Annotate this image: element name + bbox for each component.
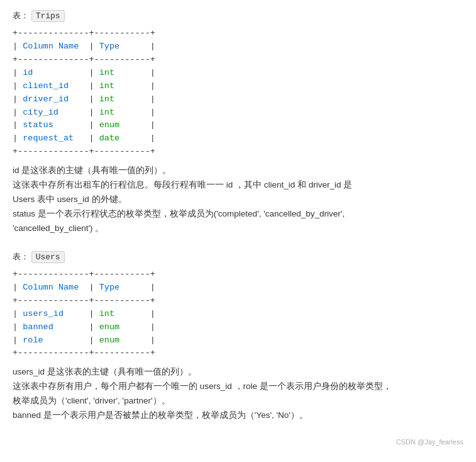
table-row: | banned | enum | — [13, 321, 463, 334]
table-label-users: 表： Users — [13, 251, 463, 263]
users-section: 表： Users+--------------+-----------+| Co… — [13, 251, 463, 423]
table-header-row: | Column Name | Type | — [13, 281, 463, 295]
col-type-cell: int — [99, 94, 145, 104]
ascii-table-users: +--------------+-----------+| Column Nam… — [13, 268, 463, 360]
table-label-prefix: 表： — [13, 252, 31, 261]
table-row: | city_id | int | — [13, 106, 463, 120]
col-type-cell: int — [99, 68, 145, 77]
table-row: | users_id | int | — [13, 308, 463, 321]
description-line: status 是一个表示行程状态的枚举类型，枚举成员为('completed',… — [13, 207, 463, 222]
col-type-cell: date — [99, 133, 145, 143]
col-type-header: Type — [99, 283, 119, 292]
table-row: | request_at | date | — [13, 132, 463, 145]
col-name-cell: city_id — [23, 108, 84, 117]
table-label-trips: 表： Trips — [13, 10, 463, 22]
ascii-table-trips: +--------------+-----------+| Column Nam… — [13, 27, 463, 159]
col-type-cell: enum — [99, 120, 145, 130]
col-type-header: Type — [99, 42, 119, 51]
table-border-top: +--------------+-----------+ — [13, 27, 463, 40]
table-row: | role | enum | — [13, 334, 463, 347]
col-type-cell: enum — [99, 322, 145, 332]
description-line: 枚举成员为（'client', 'driver', 'partner'）。 — [13, 394, 463, 408]
col-name-cell: banned — [23, 322, 84, 332]
table-row: | id | int | — [13, 67, 463, 80]
table-border-top: +--------------+-----------+ — [13, 268, 463, 281]
description-line: 'cancelled_by_client') 。 — [13, 222, 463, 236]
table-row: | status | enum | — [13, 119, 463, 132]
table-border-bottom: +--------------+-----------+ — [13, 347, 463, 360]
col-name-cell: status — [23, 120, 84, 130]
description-line: 这张表中存所有出租车的行程信息。每段行程有唯一一 id ，其中 client_i… — [13, 178, 463, 193]
table-row: | driver_id | int | — [13, 93, 463, 106]
table-label-prefix: 表： — [13, 11, 31, 20]
table-header-row: | Column Name | Type | — [13, 40, 463, 54]
col-name-cell: role — [23, 335, 84, 345]
table-description-trips: id 是这张表的主键（具有唯一值的列）。这张表中存所有出租车的行程信息。每段行程… — [13, 164, 463, 236]
watermark: CSDN @Jay_fearless — [13, 438, 463, 446]
description-line: 这张表中存所有用户，每个用户都有一个唯一的 users_id ，role 是一个… — [13, 380, 463, 394]
table-description-users: users_id 是这张表的主键（具有唯一值的列）。这张表中存所有用户，每个用户… — [13, 365, 463, 423]
col-name-header: Column Name — [23, 283, 79, 292]
description-line: banned 是一个表示用户是否被禁止的枚举类型，枚举成员为（'Yes', 'N… — [13, 408, 463, 423]
table-border-mid: +--------------+-----------+ — [13, 54, 463, 67]
table-name-badge: Trips — [31, 10, 65, 22]
description-line: id 是这张表的主键（具有唯一值的列）。 — [13, 164, 463, 178]
col-name-cell: id — [23, 68, 84, 77]
table-row: | client_id | int | — [13, 80, 463, 93]
col-name-header: Column Name — [23, 42, 79, 51]
col-type-cell: enum — [99, 335, 145, 345]
col-type-cell: int — [99, 309, 145, 318]
table-border-mid: +--------------+-----------+ — [13, 295, 463, 308]
description-line: users_id 是这张表的主键（具有唯一值的列）。 — [13, 365, 463, 380]
col-name-cell: users_id — [23, 309, 84, 318]
col-type-cell: int — [99, 81, 145, 91]
col-name-cell: driver_id — [23, 94, 84, 104]
trips-section: 表： Trips+--------------+-----------+| Co… — [13, 10, 463, 236]
description-line: Users 表中 users_id 的外键。 — [13, 193, 463, 207]
table-name-badge: Users — [31, 251, 65, 263]
col-name-cell: request_at — [23, 133, 84, 143]
table-border-bottom: +--------------+-----------+ — [13, 145, 463, 159]
col-type-cell: int — [99, 108, 145, 117]
col-name-cell: client_id — [23, 81, 84, 91]
